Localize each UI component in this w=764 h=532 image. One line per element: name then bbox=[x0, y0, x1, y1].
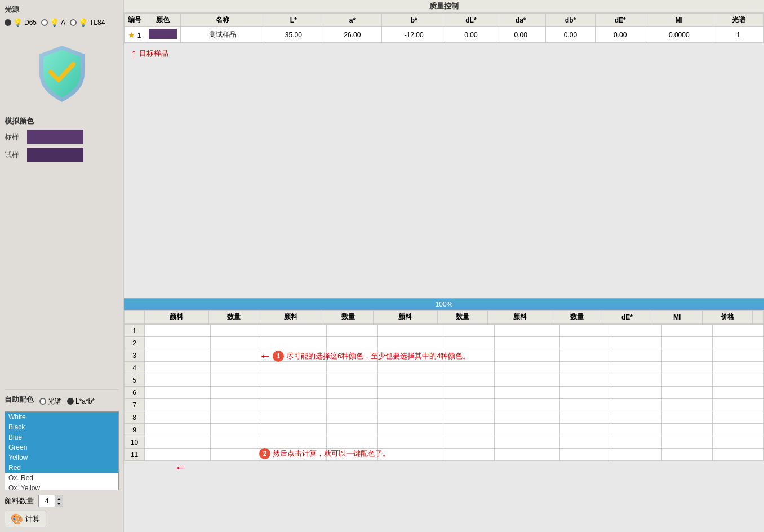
bottom-cell-8-5[interactable] bbox=[443, 411, 494, 424]
bottom-cell-3-9[interactable] bbox=[661, 349, 712, 362]
bottom-cell-10-0[interactable] bbox=[145, 436, 210, 449]
bottom-row-2[interactable]: 2 bbox=[125, 337, 764, 349]
bottom-row-3[interactable]: 3 bbox=[125, 349, 764, 362]
bottom-cell-1-1[interactable] bbox=[210, 325, 261, 337]
bottom-cell-7-0[interactable] bbox=[145, 399, 210, 411]
bottom-cell-8-9[interactable] bbox=[661, 411, 712, 424]
color-list[interactable]: White Black Blue Green Yellow Red Ox. Re… bbox=[5, 411, 119, 490]
list-item-green[interactable]: Green bbox=[5, 442, 118, 453]
bottom-cell-8-3[interactable] bbox=[327, 411, 377, 424]
bottom-cell-5-10[interactable] bbox=[713, 374, 764, 387]
list-item-white[interactable]: White bbox=[5, 412, 118, 422]
bottom-cell-1-4[interactable] bbox=[377, 325, 443, 337]
bottom-row-8[interactable]: 8 bbox=[125, 411, 764, 424]
qc-table-area[interactable]: 编号 颜色 名称 L* a* b* dL* da* db* dE* MI 光谱 bbox=[124, 13, 764, 298]
bottom-cell-4-4[interactable] bbox=[377, 362, 443, 374]
bottom-cell-4-8[interactable] bbox=[611, 362, 661, 374]
bottom-cell-1-9[interactable] bbox=[661, 325, 712, 337]
bottom-cell-3-3[interactable] bbox=[327, 349, 377, 362]
bottom-cell-9-6[interactable] bbox=[494, 424, 559, 436]
bottom-cell-11-9[interactable] bbox=[661, 449, 712, 461]
bottom-cell-9-10[interactable] bbox=[713, 424, 764, 436]
bottom-cell-9-8[interactable] bbox=[611, 424, 661, 436]
bottom-cell-4-2[interactable] bbox=[261, 362, 327, 374]
bottom-cell-1-10[interactable] bbox=[713, 325, 764, 337]
stepper-down-button[interactable]: ▼ bbox=[55, 501, 63, 507]
bottom-cell-10-8[interactable] bbox=[611, 436, 661, 449]
bottom-row-6[interactable]: 6 bbox=[125, 387, 764, 399]
bottom-cell-9-7[interactable] bbox=[560, 424, 611, 436]
bottom-cell-1-3[interactable] bbox=[327, 325, 377, 337]
bottom-cell-4-3[interactable] bbox=[327, 362, 377, 374]
qc-data-row-1[interactable]: ★ 1 测试样品 35.00 26.00 -12.00 0.00 0.00 0.… bbox=[125, 27, 764, 43]
bottom-cell-3-10[interactable] bbox=[713, 349, 764, 362]
bottom-cell-2-8[interactable] bbox=[611, 337, 661, 349]
calc-button[interactable]: 🎨 计算 bbox=[5, 511, 46, 527]
bottom-cell-10-7[interactable] bbox=[560, 436, 611, 449]
bottom-cell-9-5[interactable] bbox=[443, 424, 494, 436]
bottom-cell-2-4[interactable] bbox=[377, 337, 443, 349]
bottom-cell-7-3[interactable] bbox=[327, 399, 377, 411]
radio-a[interactable]: 💡 A bbox=[41, 18, 65, 27]
bottom-cell-6-9[interactable] bbox=[661, 387, 712, 399]
bottom-cell-8-2[interactable] bbox=[261, 411, 327, 424]
bottom-row-11[interactable]: 11 bbox=[125, 449, 764, 461]
bottom-cell-1-0[interactable] bbox=[145, 325, 210, 337]
bottom-cell-4-9[interactable] bbox=[661, 362, 712, 374]
list-item-yellow[interactable]: Yellow bbox=[5, 453, 118, 463]
radio-d65[interactable]: 💡 D65 bbox=[5, 18, 37, 27]
bottom-cell-6-6[interactable] bbox=[494, 387, 559, 399]
bottom-row-10[interactable]: 10 bbox=[125, 436, 764, 449]
bottom-cell-5-2[interactable] bbox=[261, 374, 327, 387]
bottom-cell-5-6[interactable] bbox=[494, 374, 559, 387]
bottom-cell-10-3[interactable] bbox=[327, 436, 377, 449]
bottom-row-4[interactable]: 4 bbox=[125, 362, 764, 374]
bottom-cell-7-4[interactable] bbox=[377, 399, 443, 411]
bottom-cell-5-8[interactable] bbox=[611, 374, 661, 387]
bottom-cell-11-1[interactable] bbox=[210, 449, 261, 461]
bottom-cell-10-9[interactable] bbox=[661, 436, 712, 449]
bottom-cell-7-7[interactable] bbox=[560, 399, 611, 411]
bottom-cell-2-10[interactable] bbox=[713, 337, 764, 349]
bottom-cell-2-7[interactable] bbox=[560, 337, 611, 349]
bottom-cell-4-0[interactable] bbox=[145, 362, 210, 374]
bottom-cell-3-2[interactable] bbox=[261, 349, 327, 362]
bottom-cell-8-6[interactable] bbox=[494, 411, 559, 424]
bottom-cell-11-8[interactable] bbox=[611, 449, 661, 461]
bottom-cell-8-7[interactable] bbox=[560, 411, 611, 424]
bottom-cell-8-8[interactable] bbox=[611, 411, 661, 424]
stepper-up-button[interactable]: ▲ bbox=[55, 495, 63, 501]
bottom-cell-4-6[interactable] bbox=[494, 362, 559, 374]
bottom-cell-9-4[interactable] bbox=[377, 424, 443, 436]
bottom-cell-3-6[interactable] bbox=[494, 349, 559, 362]
bottom-cell-6-1[interactable] bbox=[210, 387, 261, 399]
bottom-cell-11-0[interactable] bbox=[145, 449, 210, 461]
bottom-cell-7-2[interactable] bbox=[261, 399, 327, 411]
bottom-cell-1-6[interactable] bbox=[494, 325, 559, 337]
bottom-cell-11-5[interactable] bbox=[443, 449, 494, 461]
bottom-cell-7-5[interactable] bbox=[443, 399, 494, 411]
bottom-cell-1-8[interactable] bbox=[611, 325, 661, 337]
bottom-cell-2-6[interactable] bbox=[494, 337, 559, 349]
bottom-cell-8-4[interactable] bbox=[377, 411, 443, 424]
bottom-cell-9-0[interactable] bbox=[145, 424, 210, 436]
bottom-cell-6-4[interactable] bbox=[377, 387, 443, 399]
bottom-cell-7-10[interactable] bbox=[713, 399, 764, 411]
bottom-cell-7-1[interactable] bbox=[210, 399, 261, 411]
bottom-cell-1-7[interactable] bbox=[560, 325, 611, 337]
bottom-table-scroll[interactable]: 1234567891011 ← 1 尽可能的选择这6种颜色，至少也要选择其中的4… bbox=[124, 324, 764, 524]
bottom-cell-10-10[interactable] bbox=[713, 436, 764, 449]
bottom-row-5[interactable]: 5 bbox=[125, 374, 764, 387]
bottom-cell-11-4[interactable] bbox=[377, 449, 443, 461]
bottom-cell-2-3[interactable] bbox=[327, 337, 377, 349]
bottom-cell-6-5[interactable] bbox=[443, 387, 494, 399]
bottom-cell-3-5[interactable] bbox=[443, 349, 494, 362]
bottom-cell-4-10[interactable] bbox=[713, 362, 764, 374]
bottom-cell-5-9[interactable] bbox=[661, 374, 712, 387]
bottom-cell-6-2[interactable] bbox=[261, 387, 327, 399]
bottom-cell-2-9[interactable] bbox=[661, 337, 712, 349]
radio-spectro[interactable]: 光谱 bbox=[39, 397, 61, 406]
bottom-cell-5-3[interactable] bbox=[327, 374, 377, 387]
bottom-cell-11-6[interactable] bbox=[494, 449, 559, 461]
bottom-cell-11-7[interactable] bbox=[560, 449, 611, 461]
